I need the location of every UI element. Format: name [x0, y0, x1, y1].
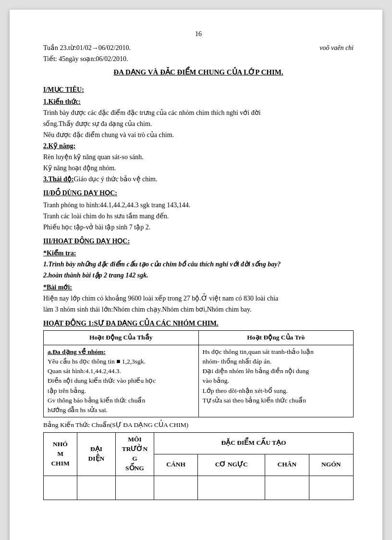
- activity-left-line3: Điền nội dung kiến thức vào phiếu học: [48, 376, 195, 386]
- kt-row1-conguc: [198, 476, 265, 500]
- page: 16 Tuần 23.từ:01/02→06/02/2010. voõ vaên…: [10, 10, 382, 540]
- kiem-tra-label: *Kiểm tra:: [43, 248, 354, 258]
- activity-table-header-right: Hoạt Động Của Trò: [198, 331, 354, 345]
- kt-row1-col1: [44, 476, 77, 500]
- kt-chan-header: CHÂN: [265, 454, 309, 476]
- kt-row1-ngon: [309, 476, 353, 500]
- kt-row1-canh: [154, 476, 198, 500]
- activity-table: Hoạt Động Của Thầy Hoạt Động Của Trò a.Đ…: [43, 330, 354, 417]
- activity-left-line2: Quan sát hình:4.1,44.2,44.3.: [48, 366, 195, 376]
- kt-col2-header: ĐẠIDIỆN: [77, 432, 116, 476]
- bai-moi-line1: Hiện nay lớp chim có khoảng 9600 loài xế…: [43, 293, 354, 303]
- activity-right-line4: vào bảng.: [203, 376, 350, 386]
- kiem-tra-line1: 1.Trình bày những đặc điểm cấu tạo của c…: [43, 259, 354, 269]
- activity-right-line2: nhóm- thống nhất đáp án.: [203, 357, 350, 366]
- ky-nang-label: 2.Kỹ năng:: [43, 141, 354, 151]
- hoat-dong-1-title: HOẠT ĐỘNG 1:SỰ ĐA DẠNG CỦA CÁC NHÓM CHIM…: [43, 318, 354, 329]
- do-dung-label: II/ĐỒ DÙNG DẠY HỌC:: [43, 188, 354, 198]
- activity-right-line3: Đại diện nhóm lên bảng điền nội dung: [203, 366, 350, 376]
- header-right: voõ vaên chi: [319, 43, 354, 53]
- activity-table-left: a.Đa dạng về nhóm: Yêu cầu hs đọc thông …: [44, 345, 199, 417]
- knowledge-table: NHÓMCHIM ĐẠIDIỆN MÔITRƯỜNGSỐNG ĐẶC ĐIỂM …: [43, 432, 354, 500]
- kiem-tra-line2: 2.hoàn thành bài tập 2 trang 142 sgk.: [43, 270, 354, 280]
- header-left-line2: Tiết: 45ngày soạn:06/02/2010.: [43, 54, 354, 64]
- activity-right-line1: Hs đọc thông tin,quan sát tranh-thảo luậ…: [203, 347, 350, 357]
- kt-ngon-header: NGÓN: [309, 454, 353, 476]
- kt-col1-header: NHÓMCHIM: [44, 432, 77, 476]
- kt-row1-col3: [116, 476, 154, 500]
- kt-row1-chan: [265, 476, 309, 500]
- kt-col3-header: MÔITRƯỜNGSỐNG: [116, 432, 154, 476]
- kien-thuc-line2: sống.Thấy được sự đa dạng của chim.: [43, 119, 354, 129]
- kt-canh-header: CÁNH: [154, 454, 198, 476]
- main-title: ĐA DẠNG VÀ ĐẶC ĐIỂM CHUNG CỦA LỚP CHIM.: [43, 67, 354, 78]
- bai-moi-line2: làm 3 nhóm sinh thái lớn:Nhóm chim chạy.…: [43, 304, 354, 314]
- kt-dac-diem-header: ĐẶC ĐIỂM CẤU TẠO: [154, 432, 354, 454]
- kt-row1-col2: [77, 476, 116, 500]
- do-dung-line3: Phiếu học tập-vở bài tập sinh 7 tập 2.: [43, 222, 354, 232]
- ky-nang-line2: Kỹ năng hoạt động nhóm.: [43, 163, 354, 173]
- activity-right-line6: Tự sửa sai theo bảng kiến thức chuẩn: [203, 396, 350, 405]
- bai-moi-label: *Bài mới:: [43, 282, 354, 292]
- ky-nang-line1: Rèn luyện kỹ năng quan sát-so sánh.: [43, 152, 354, 162]
- muc-tieu-label: I/MỤC TIÊU:: [43, 85, 354, 95]
- activity-left-line1: Yêu cầu hs đọc thông tin ■ 1,2,3sgk.: [48, 357, 195, 366]
- kt-co-nguc-header: CƠ NGỰC: [198, 454, 265, 476]
- kien-thuc-line3: Nêu được đặc điểm chung và vai trò của c…: [43, 130, 354, 140]
- do-dung-line2: Tranh các loài chim do hs sưu tầm mang đ…: [43, 211, 354, 221]
- activity-left-line6: hướng dẫn hs sửa sai.: [48, 405, 195, 415]
- thai-do: 3.Thái độ:Giáo dục ý thức bảo vệ chim.: [43, 174, 354, 184]
- kien-thuc-label: 1.Kiến thức:: [43, 97, 354, 107]
- activity-left-line4: tập trên bảng.: [48, 386, 195, 396]
- activity-right-line5: Lớp theo dõi-nhận xét-bổ sung.: [203, 386, 350, 396]
- header-left-line1: Tuần 23.từ:01/02→06/02/2010.: [43, 43, 131, 53]
- do-dung-line1: Tranh phóng to hình:44.1,44.2,44.3 sgk t…: [43, 200, 354, 210]
- page-number: 16: [43, 29, 354, 39]
- bang-kien-thuc-caption: Bảng Kiến Thức Chuẩn(SỰ ĐA DẠNG CỦA CHIM…: [43, 420, 354, 430]
- activity-left-line5: Gv thông báo bảng kiến thức chuẩn: [48, 396, 195, 405]
- kien-thuc-line1: Trình bày được các đặc điểm đặc trưng củ…: [43, 108, 354, 118]
- activity-table-header-left: Hoạt Động Của Thầy: [44, 331, 199, 345]
- hoat-dong-day-hoc-label: III/HOẠT ĐỘNG DẠY HỌC:: [43, 236, 354, 246]
- activity-table-right: Hs đọc thông tin,quan sát tranh-thảo luậ…: [198, 345, 354, 417]
- da-dang-ve-nhom-label: a.Đa dạng về nhóm:: [48, 348, 106, 355]
